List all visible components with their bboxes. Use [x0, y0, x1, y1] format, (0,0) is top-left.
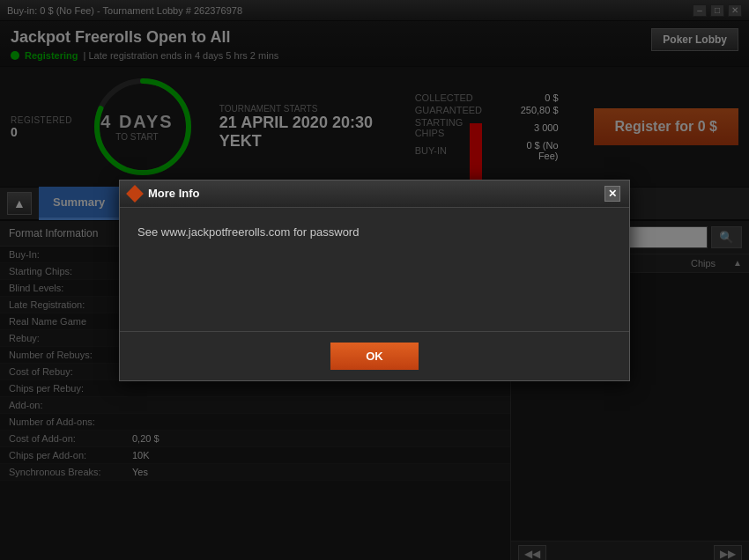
modal-title-icon: [126, 185, 144, 203]
modal-message: See www.jackpotfreerolls.com for passwor…: [137, 225, 359, 239]
modal-close-button[interactable]: ✕: [604, 186, 620, 202]
more-info-modal: More Info ✕ See www.jackpotfreerolls.com…: [119, 180, 630, 381]
modal-title-text: More Info: [148, 187, 200, 200]
modal-title-left: More Info: [129, 187, 200, 200]
modal-overlay: More Info ✕ See www.jackpotfreerolls.com…: [0, 0, 749, 560]
modal-content: See www.jackpotfreerolls.com for passwor…: [120, 208, 629, 331]
modal-footer: OK: [120, 331, 629, 380]
modal-ok-button[interactable]: OK: [330, 343, 419, 370]
modal-title-bar: More Info ✕: [120, 181, 629, 208]
